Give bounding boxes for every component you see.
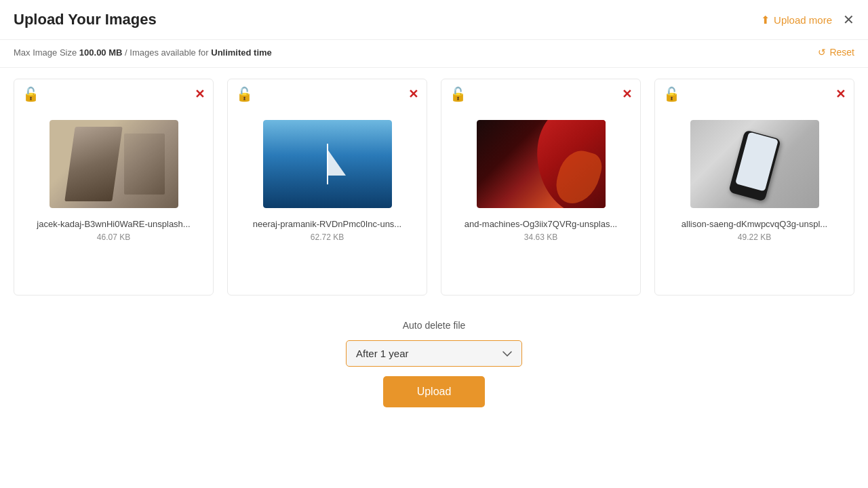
availability: Unlimited time	[211, 47, 272, 58]
info-bar: Max Image Size 100.00 MB / Images availa…	[0, 40, 868, 68]
lock-icon[interactable]: 🔓	[450, 86, 467, 102]
lock-icon[interactable]: 🔓	[663, 86, 680, 102]
image-filesize: 62.72 KB	[311, 232, 344, 242]
image-preview	[690, 120, 819, 208]
auto-delete-label: Auto delete file	[403, 320, 466, 331]
image-preview	[263, 120, 392, 208]
remove-image-button[interactable]: ✕	[835, 86, 846, 102]
image-filename: allison-saeng-dKmwpcvqQ3g-unspl...	[673, 219, 835, 229]
remove-image-button[interactable]: ✕	[408, 86, 418, 102]
image-card: 🔓 ✕ jacek-kadaj-B3wnHi0WaRE-unsplash... …	[14, 79, 214, 296]
image-filesize: 46.07 KB	[97, 232, 130, 242]
card-top-bar: 🔓 ✕	[14, 79, 213, 106]
upload-more-label: Upload more	[774, 14, 832, 26]
image-filesize: 49.22 KB	[738, 232, 771, 242]
upload-icon: ⬆	[761, 14, 770, 26]
card-top-bar: 🔓 ✕	[441, 79, 640, 106]
page-title: Upload Your Images	[14, 11, 157, 28]
remove-image-button[interactable]: ✕	[195, 86, 205, 102]
header-actions: ⬆ Upload more ✕	[761, 13, 854, 26]
card-top-bar: 🔓 ✕	[228, 79, 427, 106]
info-prefix: Max Image Size	[14, 47, 77, 58]
image-preview	[50, 120, 178, 208]
reset-icon: ↺	[818, 47, 826, 58]
image-filename: and-machines-Og3iix7QVRg-unsplas...	[456, 219, 625, 229]
auto-delete-select-wrapper: After 1 yearAfter 6 monthsAfter 3 months…	[346, 340, 522, 367]
image-card: 🔓 ✕ allison-saeng-dKmwpcvqQ3g-unspl... 4…	[654, 79, 854, 296]
close-button[interactable]: ✕	[843, 13, 854, 26]
image-card: 🔓 ✕ and-machines-Og3iix7QVRg-unsplas... …	[441, 79, 641, 296]
header: Upload Your Images ⬆ Upload more ✕	[0, 0, 868, 40]
lock-icon[interactable]: 🔓	[236, 86, 253, 102]
info-text: Max Image Size 100.00 MB / Images availa…	[14, 47, 272, 58]
auto-delete-select[interactable]: After 1 yearAfter 6 monthsAfter 3 months…	[346, 340, 522, 367]
lock-icon[interactable]: 🔓	[22, 86, 39, 102]
remove-image-button[interactable]: ✕	[622, 86, 632, 102]
card-top-bar: 🔓 ✕	[655, 79, 854, 106]
reset-button[interactable]: ↺ Reset	[818, 47, 854, 58]
info-mid: / Images available for	[125, 47, 209, 58]
image-cards-container: 🔓 ✕ jacek-kadaj-B3wnHi0WaRE-unsplash... …	[0, 68, 868, 306]
upload-more-button[interactable]: ⬆ Upload more	[761, 14, 832, 26]
image-filesize: 34.63 KB	[524, 232, 557, 242]
bottom-section: Auto delete file After 1 yearAfter 6 mon…	[0, 320, 868, 407]
upload-button[interactable]: Upload	[383, 376, 486, 407]
image-card: 🔓 ✕ neeraj-pramanik-RVDnPmc0Inc-uns... 6…	[227, 79, 427, 296]
max-size: 100.00 MB	[79, 47, 123, 58]
image-filename: jacek-kadaj-B3wnHi0WaRE-unsplash...	[28, 219, 198, 229]
image-preview	[477, 120, 606, 208]
reset-label: Reset	[829, 47, 854, 58]
image-filename: neeraj-pramanik-RVDnPmc0Inc-uns...	[245, 219, 410, 229]
